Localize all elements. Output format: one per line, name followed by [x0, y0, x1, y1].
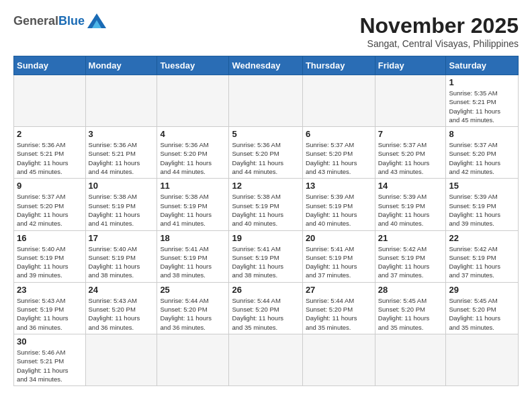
location-subtitle: Sangat, Central Visayas, Philippines — [359, 38, 519, 49]
day-info: Sunrise: 5:41 AM Sunset: 5:19 PM Dayligh… — [160, 244, 226, 280]
day-number: 5 — [232, 129, 299, 139]
calendar-cell: 18Sunrise: 5:41 AM Sunset: 5:19 PM Dayli… — [157, 230, 229, 282]
logo-blue-text: Blue — [58, 14, 85, 28]
day-header-monday: Monday — [85, 56, 157, 75]
calendar-cell: 27Sunrise: 5:44 AM Sunset: 5:20 PM Dayli… — [302, 282, 375, 334]
calendar-cell: 28Sunrise: 5:45 AM Sunset: 5:20 PM Dayli… — [375, 282, 446, 334]
day-header-thursday: Thursday — [302, 56, 375, 75]
calendar-cell — [375, 334, 446, 385]
day-info: Sunrise: 5:39 AM Sunset: 5:19 PM Dayligh… — [449, 192, 515, 228]
day-info: Sunrise: 5:42 AM Sunset: 5:19 PM Dayligh… — [378, 244, 443, 280]
calendar-cell — [375, 75, 446, 127]
calendar-week-row: 30Sunrise: 5:46 AM Sunset: 5:21 PM Dayli… — [14, 334, 519, 385]
day-number: 2 — [17, 129, 83, 139]
day-number: 20 — [306, 233, 372, 243]
day-number: 19 — [232, 233, 299, 243]
calendar-cell: 26Sunrise: 5:44 AM Sunset: 5:20 PM Dayli… — [229, 282, 302, 334]
day-info: Sunrise: 5:36 AM Sunset: 5:21 PM Dayligh… — [17, 140, 83, 176]
day-info: Sunrise: 5:45 AM Sunset: 5:20 PM Dayligh… — [449, 296, 515, 332]
day-info: Sunrise: 5:41 AM Sunset: 5:19 PM Dayligh… — [306, 244, 372, 280]
day-info: Sunrise: 5:40 AM Sunset: 5:19 PM Dayligh… — [17, 244, 83, 280]
calendar-cell — [302, 334, 375, 385]
calendar-cell: 30Sunrise: 5:46 AM Sunset: 5:21 PM Dayli… — [14, 334, 86, 385]
calendar-cell — [157, 75, 229, 127]
day-info: Sunrise: 5:36 AM Sunset: 5:20 PM Dayligh… — [160, 140, 226, 176]
day-number: 7 — [378, 129, 443, 139]
day-number: 15 — [449, 181, 515, 191]
calendar-cell — [85, 334, 157, 385]
calendar-week-row: 1Sunrise: 5:35 AM Sunset: 5:21 PM Daylig… — [14, 75, 519, 127]
logo: General Blue — [13, 13, 106, 28]
day-info: Sunrise: 5:46 AM Sunset: 5:21 PM Dayligh… — [17, 348, 83, 383]
day-info: Sunrise: 5:36 AM Sunset: 5:21 PM Dayligh… — [89, 140, 154, 176]
title-section: November 2025 Sangat, Central Visayas, P… — [359, 13, 519, 49]
day-number: 22 — [449, 233, 515, 243]
calendar-cell — [157, 334, 229, 385]
calendar-cell — [229, 75, 302, 127]
calendar-cell: 4Sunrise: 5:36 AM Sunset: 5:20 PM Daylig… — [157, 127, 229, 179]
day-number: 8 — [449, 129, 515, 139]
day-number: 11 — [160, 181, 226, 191]
day-info: Sunrise: 5:42 AM Sunset: 5:19 PM Dayligh… — [449, 244, 515, 280]
day-info: Sunrise: 5:44 AM Sunset: 5:20 PM Dayligh… — [232, 296, 299, 332]
day-number: 17 — [89, 233, 154, 243]
day-number: 30 — [17, 336, 83, 347]
day-info: Sunrise: 5:37 AM Sunset: 5:20 PM Dayligh… — [378, 140, 443, 176]
day-info: Sunrise: 5:39 AM Sunset: 5:19 PM Dayligh… — [306, 192, 372, 228]
day-info: Sunrise: 5:41 AM Sunset: 5:19 PM Dayligh… — [232, 244, 299, 280]
day-info: Sunrise: 5:37 AM Sunset: 5:20 PM Dayligh… — [17, 192, 83, 228]
calendar-cell: 24Sunrise: 5:43 AM Sunset: 5:20 PM Dayli… — [85, 282, 157, 334]
calendar-cell: 14Sunrise: 5:39 AM Sunset: 5:19 PM Dayli… — [375, 179, 446, 230]
day-info: Sunrise: 5:38 AM Sunset: 5:19 PM Dayligh… — [89, 192, 154, 228]
calendar-cell: 11Sunrise: 5:38 AM Sunset: 5:19 PM Dayli… — [157, 179, 229, 230]
calendar-week-row: 2Sunrise: 5:36 AM Sunset: 5:21 PM Daylig… — [14, 127, 519, 179]
day-number: 26 — [232, 285, 299, 295]
calendar-cell: 23Sunrise: 5:43 AM Sunset: 5:19 PM Dayli… — [14, 282, 86, 334]
day-number: 18 — [160, 233, 226, 243]
day-info: Sunrise: 5:36 AM Sunset: 5:20 PM Dayligh… — [232, 140, 299, 176]
day-info: Sunrise: 5:37 AM Sunset: 5:20 PM Dayligh… — [449, 140, 515, 176]
day-number: 16 — [17, 233, 83, 243]
day-header-sunday: Sunday — [14, 56, 86, 75]
day-number: 12 — [232, 181, 299, 191]
day-number: 14 — [378, 181, 443, 191]
calendar-cell: 22Sunrise: 5:42 AM Sunset: 5:19 PM Dayli… — [446, 230, 519, 282]
calendar-cell — [85, 75, 157, 127]
calendar-cell: 25Sunrise: 5:44 AM Sunset: 5:20 PM Dayli… — [157, 282, 229, 334]
day-number: 3 — [89, 129, 154, 139]
day-info: Sunrise: 5:39 AM Sunset: 5:19 PM Dayligh… — [378, 192, 443, 228]
day-number: 29 — [449, 285, 515, 295]
calendar-cell: 1Sunrise: 5:35 AM Sunset: 5:21 PM Daylig… — [446, 75, 519, 127]
logo-icon — [87, 13, 106, 28]
day-info: Sunrise: 5:35 AM Sunset: 5:21 PM Dayligh… — [449, 89, 515, 124]
day-info: Sunrise: 5:37 AM Sunset: 5:20 PM Dayligh… — [306, 140, 372, 176]
calendar-week-row: 9Sunrise: 5:37 AM Sunset: 5:20 PM Daylig… — [14, 179, 519, 230]
calendar-cell: 16Sunrise: 5:40 AM Sunset: 5:19 PM Dayli… — [14, 230, 86, 282]
day-number: 4 — [160, 129, 226, 139]
calendar-cell: 9Sunrise: 5:37 AM Sunset: 5:20 PM Daylig… — [14, 179, 86, 230]
calendar-cell: 7Sunrise: 5:37 AM Sunset: 5:20 PM Daylig… — [375, 127, 446, 179]
day-number: 28 — [378, 285, 443, 295]
day-info: Sunrise: 5:38 AM Sunset: 5:19 PM Dayligh… — [160, 192, 226, 228]
calendar-cell: 21Sunrise: 5:42 AM Sunset: 5:19 PM Dayli… — [375, 230, 446, 282]
calendar-week-row: 23Sunrise: 5:43 AM Sunset: 5:19 PM Dayli… — [14, 282, 519, 334]
calendar-cell: 29Sunrise: 5:45 AM Sunset: 5:20 PM Dayli… — [446, 282, 519, 334]
month-title: November 2025 — [359, 13, 519, 38]
day-number: 27 — [306, 285, 372, 295]
calendar-cell — [229, 334, 302, 385]
page-header: General Blue November 2025 Sangat, Centr… — [13, 13, 519, 49]
day-info: Sunrise: 5:44 AM Sunset: 5:20 PM Dayligh… — [306, 296, 372, 332]
day-header-saturday: Saturday — [446, 56, 519, 75]
day-header-tuesday: Tuesday — [157, 56, 229, 75]
calendar-cell: 8Sunrise: 5:37 AM Sunset: 5:20 PM Daylig… — [446, 127, 519, 179]
calendar-header-row: SundayMondayTuesdayWednesdayThursdayFrid… — [14, 56, 519, 75]
calendar-cell: 3Sunrise: 5:36 AM Sunset: 5:21 PM Daylig… — [85, 127, 157, 179]
calendar-cell: 12Sunrise: 5:38 AM Sunset: 5:19 PM Dayli… — [229, 179, 302, 230]
calendar-cell: 6Sunrise: 5:37 AM Sunset: 5:20 PM Daylig… — [302, 127, 375, 179]
day-info: Sunrise: 5:44 AM Sunset: 5:20 PM Dayligh… — [160, 296, 226, 332]
day-number: 23 — [17, 285, 83, 295]
day-number: 9 — [17, 181, 83, 191]
day-info: Sunrise: 5:43 AM Sunset: 5:19 PM Dayligh… — [17, 296, 83, 332]
calendar-week-row: 16Sunrise: 5:40 AM Sunset: 5:19 PM Dayli… — [14, 230, 519, 282]
day-header-wednesday: Wednesday — [229, 56, 302, 75]
